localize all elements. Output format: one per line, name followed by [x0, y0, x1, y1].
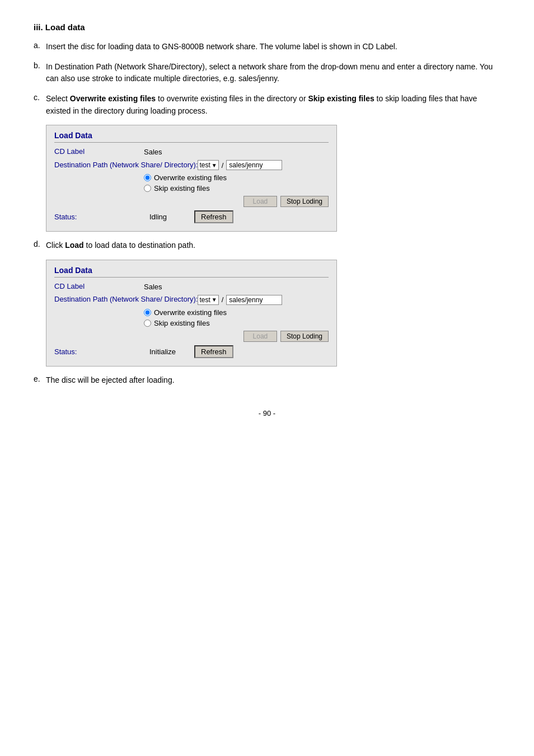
radio-skip-label-2: Skip existing files: [154, 319, 210, 327]
refresh-button-2[interactable]: Refresh: [194, 345, 233, 358]
load-data-box-1: Load Data CD Label Sales Destination Pat…: [46, 125, 337, 232]
radio-skip-1[interactable]: [144, 185, 151, 192]
radio-overwrite-1[interactable]: [144, 174, 151, 181]
cd-label-value-1: Sales: [144, 148, 162, 156]
list-item-b: b. In Destination Path (Network Share/Di…: [34, 61, 500, 85]
page-number: - 90 -: [34, 409, 500, 417]
list-item-e-content: The disc will be ejected after loading.: [46, 374, 500, 387]
list-item-c-label: c.: [34, 93, 46, 102]
list-item-d: d. Click Load to load data to destinatio…: [34, 240, 500, 252]
status-label-2: Status:: [54, 348, 144, 356]
list-item-b-label: b.: [34, 61, 46, 70]
load-data-box-2: Load Data CD Label Sales Destination Pat…: [46, 260, 337, 367]
refresh-button-1[interactable]: Refresh: [194, 210, 233, 223]
dest-path-row-1: Destination Path (Network Share/ Directo…: [54, 160, 329, 170]
dest-select-arrow-2: ▼: [212, 297, 217, 303]
list-item-c-text-before: Select: [46, 94, 70, 103]
list-item-c: c. Select Overwrite existing files to ov…: [34, 93, 500, 117]
list-item-e-label: e.: [34, 374, 46, 383]
dest-path-row-2: Destination Path (Network Share/ Directo…: [54, 295, 329, 305]
load-data-title-1: Load Data: [54, 131, 329, 143]
list-item-c-bold1: Overwrite existing files: [70, 94, 156, 103]
dest-label-2: Destination Path (Network Share/ Directo…: [54, 295, 198, 304]
cd-label-row-1: CD Label Sales: [54, 147, 329, 157]
radio-skip-row-1: Skip existing files: [144, 184, 329, 192]
cd-label-label-1: CD Label: [54, 147, 144, 157]
dest-select-2[interactable]: test ▼: [198, 295, 218, 305]
list-item-a: a. Insert the disc for loading data to G…: [34, 41, 500, 53]
radio-overwrite-label-2: Overwrite existing files: [154, 308, 227, 317]
status-label-1: Status:: [54, 213, 144, 221]
list-item-d-text-after: to load data to destination path.: [84, 241, 195, 250]
cd-label-label-2: CD Label: [54, 282, 144, 292]
stop-button-1[interactable]: Stop Loding: [280, 196, 329, 207]
buttons-row-2: Load Stop Loding: [54, 331, 329, 342]
list-item-d-content: Click Load to load data to destination p…: [46, 240, 500, 252]
buttons-row-1: Load Stop Loding: [54, 196, 329, 207]
radio-overwrite-row-1: Overwrite existing files: [144, 173, 329, 182]
list-item-b-content: In Destination Path (Network Share/Direc…: [46, 61, 500, 85]
dest-path-controls-1: test ▼ /: [198, 160, 282, 170]
cd-label-value-2: Sales: [144, 283, 162, 291]
cd-label-row-2: CD Label Sales: [54, 282, 329, 292]
list-item-a-label: a.: [34, 41, 46, 50]
list-item-c-bold2: Skip existing files: [308, 94, 374, 103]
dest-select-arrow-1: ▼: [212, 162, 217, 168]
radio-skip-label-1: Skip existing files: [154, 184, 210, 192]
radio-overwrite-row-2: Overwrite existing files: [144, 308, 329, 317]
status-row-1: Status: Idling Refresh: [54, 210, 329, 223]
slash-2: /: [222, 295, 224, 304]
radio-skip-row-2: Skip existing files: [144, 319, 329, 327]
dest-path-controls-2: test ▼ /: [198, 295, 282, 305]
list-item-d-text-before: Click: [46, 241, 65, 250]
dest-input-2[interactable]: [226, 295, 282, 305]
section-heading: iii. Load data: [34, 22, 500, 32]
load-button-2[interactable]: Load: [243, 331, 277, 342]
list-item-a-content: Insert the disc for loading data to GNS-…: [46, 41, 500, 53]
radio-overwrite-2[interactable]: [144, 309, 151, 316]
list-item-d-label: d.: [34, 240, 46, 248]
list-item-c-content: Select Overwrite existing files to overw…: [46, 93, 500, 117]
dest-input-1[interactable]: [226, 160, 282, 170]
list-item-d-bold1: Load: [65, 241, 83, 250]
dest-select-text-2: test: [199, 296, 210, 304]
load-data-title-2: Load Data: [54, 266, 329, 278]
dest-select-text-1: test: [199, 161, 210, 169]
status-value-1: Idling: [149, 213, 189, 221]
slash-1: /: [222, 161, 224, 170]
stop-button-2[interactable]: Stop Loding: [280, 331, 329, 342]
dest-select-1[interactable]: test ▼: [198, 160, 218, 170]
radio-overwrite-label-1: Overwrite existing files: [154, 173, 227, 182]
status-row-2: Status: Initialize Refresh: [54, 345, 329, 358]
load-button-1[interactable]: Load: [243, 196, 277, 207]
list-item-e: e. The disc will be ejected after loadin…: [34, 374, 500, 387]
status-value-2: Initialize: [149, 348, 189, 356]
radio-skip-2[interactable]: [144, 320, 151, 327]
dest-label-1: Destination Path (Network Share/ Directo…: [54, 161, 198, 170]
list-item-c-text-mid: to overwrite existing files in the direc…: [156, 94, 308, 103]
